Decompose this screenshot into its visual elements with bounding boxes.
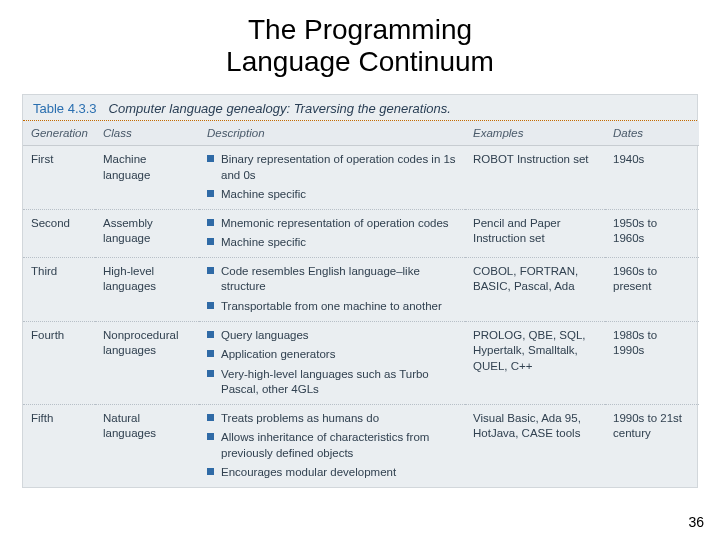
cell-generation: Second xyxy=(23,209,95,257)
cell-description: Code resembles English language–like str… xyxy=(199,257,465,321)
cell-dates: 1940s xyxy=(605,146,699,210)
description-item: Code resembles English language–like str… xyxy=(207,264,457,295)
col-examples: Examples xyxy=(465,121,605,146)
cell-description: Treats problems as humans doAllows inher… xyxy=(199,404,465,487)
description-item: Encourages modular development xyxy=(207,465,457,481)
col-generation: Generation xyxy=(23,121,95,146)
cell-class: Nonprocedural languages xyxy=(95,321,199,404)
table-row: FirstMachine languageBinary representati… xyxy=(23,146,699,210)
cell-examples: COBOL, FORTRAN, BASIC, Pascal, Ada xyxy=(465,257,605,321)
description-item: Binary representation of operation codes… xyxy=(207,152,457,183)
cell-class: High-level languages xyxy=(95,257,199,321)
cell-class: Machine language xyxy=(95,146,199,210)
description-item: Application generators xyxy=(207,347,457,363)
description-item: Machine specific xyxy=(207,187,457,203)
cell-generation: First xyxy=(23,146,95,210)
table-body: FirstMachine languageBinary representati… xyxy=(23,146,699,487)
table-row: SecondAssembly languageMnemonic represen… xyxy=(23,209,699,257)
description-item: Allows inheritance of characteristics fr… xyxy=(207,430,457,461)
cell-description: Query languagesApplication generatorsVer… xyxy=(199,321,465,404)
title-line-1: The Programming xyxy=(248,14,472,45)
cell-generation: Fifth xyxy=(23,404,95,487)
description-item: Treats problems as humans do xyxy=(207,411,457,427)
cell-dates: 1990s to 21st century xyxy=(605,404,699,487)
table-row: ThirdHigh-level languagesCode resembles … xyxy=(23,257,699,321)
page-number: 36 xyxy=(688,514,704,530)
cell-examples: Pencil and Paper Instruction set xyxy=(465,209,605,257)
table-caption-text: Computer language genealogy: Traversing … xyxy=(109,101,451,116)
table-number: Table 4.3.3 xyxy=(33,101,97,116)
cell-examples: Visual Basic, Ada 95, HotJava, CASE tool… xyxy=(465,404,605,487)
cell-generation: Fourth xyxy=(23,321,95,404)
page-title: The Programming Language Continuum xyxy=(0,0,720,86)
table-caption: Table 4.3.3 Computer language genealogy:… xyxy=(23,95,697,121)
cell-description: Mnemonic representation of operation cod… xyxy=(199,209,465,257)
slide: The Programming Language Continuum Table… xyxy=(0,0,720,540)
cell-class: Assembly language xyxy=(95,209,199,257)
table-header-row: Generation Class Description Examples Da… xyxy=(23,121,699,146)
description-item: Query languages xyxy=(207,328,457,344)
cell-generation: Third xyxy=(23,257,95,321)
table-row: FifthNatural languagesTreats problems as… xyxy=(23,404,699,487)
genealogy-table: Generation Class Description Examples Da… xyxy=(23,121,699,486)
description-item: Machine specific xyxy=(207,235,457,251)
cell-class: Natural languages xyxy=(95,404,199,487)
col-dates: Dates xyxy=(605,121,699,146)
title-line-2: Language Continuum xyxy=(226,46,494,77)
cell-dates: 1960s to present xyxy=(605,257,699,321)
description-item: Very-high-level languages such as Turbo … xyxy=(207,367,457,398)
description-item: Mnemonic representation of operation cod… xyxy=(207,216,457,232)
table-row: FourthNonprocedural languagesQuery langu… xyxy=(23,321,699,404)
cell-dates: 1980s to 1990s xyxy=(605,321,699,404)
col-description: Description xyxy=(199,121,465,146)
table-figure: Table 4.3.3 Computer language genealogy:… xyxy=(22,94,698,487)
cell-dates: 1950s to 1960s xyxy=(605,209,699,257)
description-item: Transportable from one machine to anothe… xyxy=(207,299,457,315)
cell-description: Binary representation of operation codes… xyxy=(199,146,465,210)
cell-examples: ROBOT Instruction set xyxy=(465,146,605,210)
col-class: Class xyxy=(95,121,199,146)
cell-examples: PROLOG, QBE, SQL, Hypertalk, Smalltalk, … xyxy=(465,321,605,404)
